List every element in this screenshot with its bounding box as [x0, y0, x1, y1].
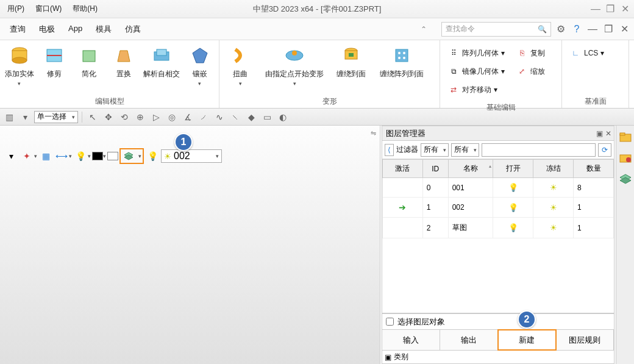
doc-close-icon[interactable]: ✕ — [618, 23, 630, 35]
filter-search-input[interactable] — [482, 143, 596, 157]
color-white-swatch[interactable] — [107, 152, 118, 160]
callout-1: 1 — [174, 133, 193, 151]
filter-icon[interactable]: ▥ — [2, 110, 16, 124]
col-active[interactable]: 激活 — [383, 160, 423, 178]
command-search-input[interactable]: 查找命令 🔍 — [441, 22, 551, 37]
wrap-to-face-button[interactable]: 缠绕到面 — [332, 43, 371, 94]
col-id[interactable]: ID — [422, 160, 448, 178]
export-button[interactable]: 输出 — [440, 330, 498, 350]
ribbon-collapse-icon[interactable]: ⌃ — [421, 25, 427, 34]
shade-icon[interactable]: ◐ — [276, 110, 290, 124]
self-intersect-button[interactable]: 解析自相交 — [143, 43, 180, 94]
svg-point-16 — [398, 52, 401, 54]
viewport[interactable]: ⇋ ▾ ✦▾ ▦ ⟷▾ 💡▾ ▾ 💡 ☀ 002 1 — [0, 126, 380, 364]
face-icon[interactable]: ◆ — [244, 110, 258, 124]
rotate-icon[interactable]: ⟲ — [118, 110, 131, 124]
tab-app[interactable]: App — [62, 20, 88, 38]
target-icon[interactable]: ◎ — [165, 110, 179, 124]
table-row[interactable]: ➔ 1 002 💡 ☀ 1 — [383, 198, 614, 218]
doc-restore-icon[interactable]: ❐ — [602, 23, 614, 35]
snap-icon[interactable]: ▾ — [4, 149, 18, 163]
table-row[interactable]: 0 001 💡 ☀ 8 — [383, 178, 614, 198]
measure-icon[interactable]: ∡ — [181, 110, 194, 124]
sun-icon[interactable]: ☀ — [533, 218, 574, 238]
dimension-icon[interactable]: ⟷ — [54, 149, 69, 163]
filter-select-2[interactable]: 所有 — [451, 143, 479, 157]
menu-use[interactable]: 用(P) — [2, 1, 29, 16]
selection-mode-select[interactable]: 单一选择 — [34, 111, 78, 123]
tab-simulation[interactable]: 仿真 — [119, 20, 147, 38]
table-row[interactable]: 2 草图 💡 ☀ 1 — [383, 218, 614, 238]
layers-sidebar-icon[interactable] — [618, 171, 633, 187]
group-datum: 基准面 — [566, 94, 625, 108]
bulb-icon[interactable]: 💡 — [493, 198, 533, 218]
sun-icon[interactable]: ☀ — [533, 178, 574, 198]
twist-button[interactable]: 扭曲▾ — [223, 43, 257, 94]
close-icon[interactable]: ✕ — [619, 4, 630, 15]
menu-help[interactable]: 帮助(H) — [68, 1, 102, 16]
tab-mold[interactable]: 模具 — [90, 20, 118, 38]
copy-button[interactable]: ⎘复制 — [513, 45, 547, 61]
panel-dock-icon[interactable]: ▣ — [596, 129, 603, 138]
scale-icon: ⤢ — [516, 65, 528, 77]
simplify-button[interactable]: 简化 — [73, 43, 104, 94]
origin-icon[interactable]: ✦ — [20, 149, 34, 163]
panel-handle-icon[interactable]: ⇋ — [371, 129, 376, 137]
new-layer-button[interactable]: 新建 — [497, 329, 557, 351]
pan-icon[interactable]: ✥ — [102, 110, 115, 124]
visibility-icon[interactable]: 💡 — [145, 149, 160, 163]
gear-icon[interactable]: ⚙ — [555, 23, 567, 35]
import-button[interactable]: 输入 — [382, 330, 440, 350]
mirror-geometry-button[interactable]: ⧉镜像几何体 ▾ — [445, 63, 507, 79]
tab-query[interactable]: 查询 — [4, 20, 32, 38]
inlay-button[interactable]: 镶嵌▾ — [184, 43, 215, 94]
dropdown-icon[interactable]: ▾ — [18, 110, 32, 124]
layer-rules-button[interactable]: 图层规则 — [556, 330, 614, 350]
col-freeze[interactable]: 冻结 — [533, 160, 574, 178]
link-icon[interactable] — [618, 150, 633, 166]
bulb-icon[interactable]: 💡 — [73, 149, 88, 163]
restore-icon[interactable]: ❐ — [605, 4, 616, 15]
pattern-geometry-button[interactable]: ⠿阵列几何体 ▾ — [445, 45, 507, 61]
menu-window[interactable]: 窗口(W) — [30, 1, 66, 16]
lcs-button[interactable]: ∟LCS ▾ — [567, 45, 607, 61]
folder-icon[interactable] — [618, 129, 633, 145]
col-name[interactable]: 名称▴ — [448, 160, 493, 178]
replace-button[interactable]: 置换 — [108, 43, 139, 94]
svg-marker-6 — [118, 51, 130, 62]
cursor-icon[interactable]: ↖ — [86, 110, 99, 124]
doc-minimize-icon[interactable]: — — [586, 23, 599, 35]
tab-electrode[interactable]: 电极 — [33, 20, 61, 38]
panel-title: 图层管理器 — [386, 128, 426, 139]
filter-select-1[interactable]: 所有 — [421, 143, 449, 157]
trim-button[interactable]: 修剪 — [38, 43, 69, 94]
add-solid-button[interactable]: 添加实体▾ — [4, 43, 35, 94]
align-move-button[interactable]: ⇄对齐移动 ▾ — [445, 82, 507, 98]
deform-from-point-button[interactable]: 由指定点开始变形▾ — [261, 43, 328, 94]
bulb-icon[interactable]: 💡 — [493, 218, 533, 238]
expand-icon[interactable]: ▣ — [385, 353, 391, 362]
edge-icon[interactable]: ⟍ — [229, 110, 242, 124]
play-icon[interactable]: ▷ — [149, 110, 163, 124]
grid-icon[interactable]: ▦ — [38, 149, 53, 163]
col-count[interactable]: 数量 — [574, 160, 614, 178]
mirror-icon: ⧉ — [447, 65, 460, 77]
line-icon[interactable]: ⟋ — [197, 110, 210, 124]
panel-close-icon[interactable]: ✕ — [605, 129, 611, 138]
zoom-icon[interactable]: ⊕ — [134, 110, 147, 124]
refresh-icon[interactable]: ⟳ — [598, 143, 611, 157]
body-icon[interactable]: ▭ — [260, 110, 274, 124]
current-layer-select[interactable]: ☀ 002 — [161, 149, 222, 163]
layers-dropdown-button[interactable] — [119, 148, 144, 164]
color-black-swatch[interactable] — [92, 152, 103, 160]
scale-button[interactable]: ⤢缩放 — [513, 63, 547, 79]
help-icon[interactable]: ? — [571, 23, 583, 35]
sun-icon[interactable]: ☀ — [533, 198, 574, 218]
minimize-icon[interactable]: — — [590, 4, 601, 15]
wrap-pattern-button[interactable]: 缠绕阵列到面 — [374, 43, 429, 94]
bulb-icon[interactable]: 💡 — [493, 178, 533, 198]
filter-toggle-icon[interactable]: ⟨ — [385, 144, 394, 156]
curve-icon[interactable]: ∿ — [213, 110, 226, 124]
select-layer-objects-checkbox[interactable] — [386, 318, 394, 326]
col-open[interactable]: 打开 — [493, 160, 533, 178]
